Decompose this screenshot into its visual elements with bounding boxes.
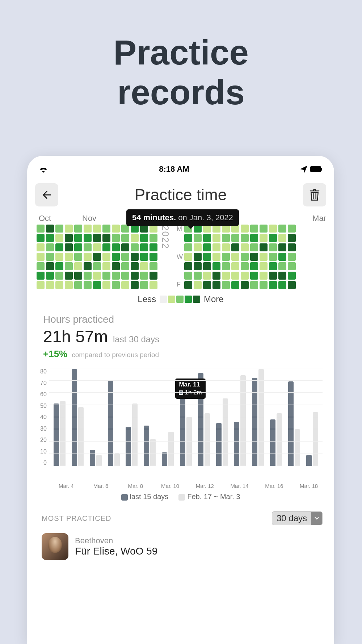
bar-pair[interactable]	[214, 398, 230, 466]
dow-labels: MWF	[177, 225, 183, 289]
piece-row[interactable]: Beethoven Für Elise, WoO 59	[35, 528, 326, 560]
x-axis: Mar. 4Mar. 6Mar. 8Mar. 10Mar. 12Mar. 14M…	[35, 481, 326, 489]
status-time: 8:18 AM	[159, 164, 189, 174]
page-title: Practice time	[135, 186, 227, 204]
phone-frame: 8:18 AM Practice time Oct Nov Dec Mar 54…	[27, 156, 334, 644]
svg-rect-0	[310, 166, 321, 172]
most-practiced-label: MOST PRACTICED	[42, 514, 111, 523]
range-dropdown[interactable]: 30 days	[272, 511, 323, 525]
heatmap-tooltip: 54 minutes. on Jan. 3, 2022	[126, 209, 239, 226]
hours-practiced-label: Hours practiced	[35, 307, 326, 327]
status-bar: 8:18 AM	[35, 163, 326, 180]
piece-title: Für Elise, WoO 59	[75, 545, 157, 557]
back-button[interactable]	[35, 183, 58, 206]
year-label: 2022	[160, 225, 171, 289]
hours-practiced-value: 21h 57m last 30 days	[35, 327, 326, 346]
bar-pair[interactable]	[70, 369, 86, 466]
bar-pair[interactable]	[250, 369, 266, 466]
delete-button[interactable]	[303, 183, 326, 206]
bar-chart[interactable]: 80706050403020100 Mar. 11 1h 2m	[40, 368, 323, 481]
battery-icon	[310, 166, 323, 172]
bar-pair[interactable]	[87, 450, 104, 466]
heatmap-legend: Less More	[35, 289, 326, 307]
bar-pair[interactable]	[51, 401, 68, 466]
bar-pair[interactable]	[142, 426, 158, 466]
hero-title: Practicerecords	[0, 0, 362, 113]
bar-pair[interactable]	[160, 432, 176, 466]
location-icon	[300, 166, 307, 173]
heatmap[interactable]: 54 minutes. on Jan. 3, 2022 2022MWF	[35, 225, 326, 289]
delta-row: +15% compared to previous period	[35, 346, 326, 365]
bar-pair[interactable]	[177, 390, 194, 466]
arrow-left-icon	[41, 189, 53, 201]
delta-percent: +15%	[43, 348, 67, 360]
chart-plot: Mar. 11 1h 2m	[49, 368, 323, 466]
trash-icon	[309, 189, 320, 201]
bar-pair[interactable]	[304, 412, 320, 466]
most-practiced-header: MOST PRACTICED 30 days	[35, 507, 326, 528]
composer-name: Beethoven	[75, 536, 157, 545]
header: Practice time	[35, 180, 326, 211]
composer-avatar	[42, 533, 68, 560]
bar-pair[interactable]	[232, 375, 248, 466]
bar-pair[interactable]	[123, 403, 140, 466]
wifi-icon	[39, 166, 48, 173]
svg-rect-1	[321, 168, 322, 171]
y-axis: 80706050403020100	[40, 368, 49, 466]
chevron-down-icon	[311, 512, 322, 525]
chart-legend: last 15 days Feb. 17 ~ Mar. 3	[35, 489, 326, 505]
chart-tooltip: Mar. 11 1h 2m	[175, 379, 205, 399]
bar-pair[interactable]	[268, 413, 285, 466]
